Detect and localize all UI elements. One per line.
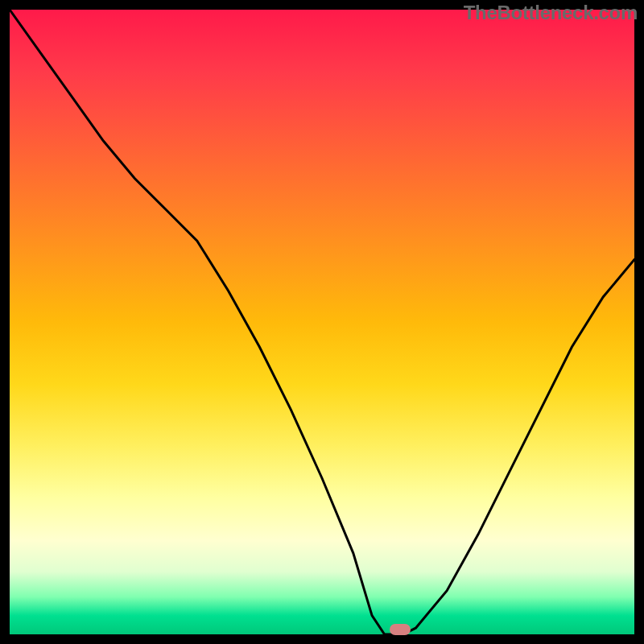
watermark-text: TheBottleneck.com: [464, 2, 638, 24]
chart-plot-area: [10, 10, 634, 634]
optimum-marker: [390, 624, 411, 635]
bottleneck-curve: [10, 10, 634, 634]
